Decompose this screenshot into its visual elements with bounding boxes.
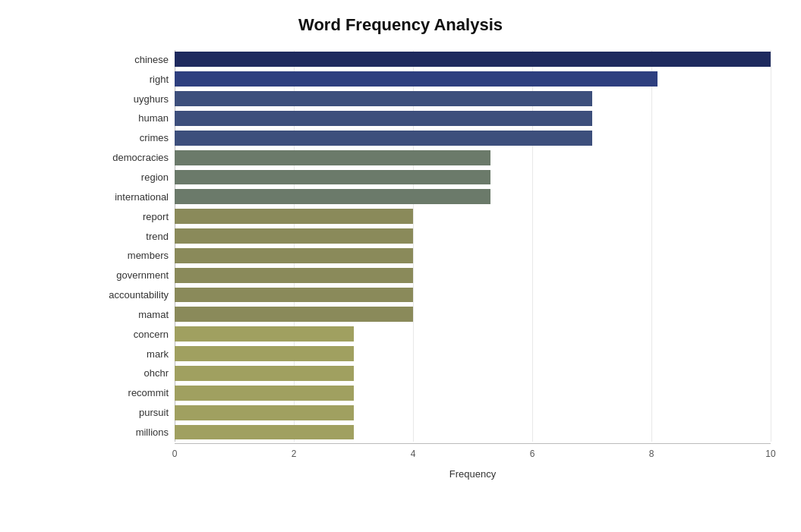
bar-row: democracies <box>175 148 771 167</box>
bar-fill <box>175 209 413 224</box>
bar-label: mamat <box>89 309 169 320</box>
bar-label: right <box>89 74 169 85</box>
axis-tick: 0 <box>172 449 178 459</box>
bar-label: trend <box>89 231 169 242</box>
bar-fill <box>175 228 413 244</box>
bar-row: members <box>175 246 771 265</box>
bar-fill <box>175 326 354 342</box>
bar-row: human <box>175 109 771 128</box>
bar-fill <box>175 366 354 381</box>
x-axis: 0246810 Frequency <box>175 443 771 480</box>
bar-row: accountability <box>175 285 771 304</box>
bar-fill <box>175 71 658 87</box>
axis-tick: 10 <box>765 449 775 459</box>
bar-label: government <box>89 269 169 281</box>
bar-fill <box>175 189 490 204</box>
bar-row: ohchr <box>175 364 771 383</box>
bar-row: trend <box>175 227 771 246</box>
bar-label: report <box>89 211 169 222</box>
bar-fill <box>175 307 413 322</box>
bar-label: members <box>89 250 169 261</box>
bar-label: mark <box>89 348 169 360</box>
bar-fill <box>175 91 592 106</box>
bar-fill <box>175 248 413 263</box>
axis-tick: 8 <box>649 449 654 459</box>
bar-row: recommit <box>175 383 771 402</box>
bar-row: pursuit <box>175 403 771 422</box>
bar-row: millions <box>175 423 771 442</box>
bar-fill <box>175 425 354 440</box>
bar-label: recommit <box>89 387 169 398</box>
axis-tick: 2 <box>292 449 297 459</box>
axis-tick: 6 <box>530 449 535 459</box>
bar-label: pursuit <box>89 407 169 418</box>
bar-row: report <box>175 207 771 226</box>
bar-fill <box>175 346 354 361</box>
bar-row: region <box>175 168 771 187</box>
bar-label: international <box>89 191 169 203</box>
bar-fill <box>175 111 592 126</box>
bar-fill <box>175 268 413 283</box>
bar-fill <box>175 131 592 146</box>
bar-row: right <box>175 70 771 89</box>
bars-container: chineserightuyghurshumancrimesdemocracie… <box>175 50 771 442</box>
axis-tick: 4 <box>411 449 416 459</box>
bar-label: accountability <box>89 289 169 301</box>
bar-row: chinese <box>175 50 771 69</box>
bar-label: concern <box>89 329 169 340</box>
bar-row: international <box>175 187 771 206</box>
bar-fill <box>175 170 490 185</box>
grid-line <box>771 50 771 442</box>
bar-fill <box>175 288 413 303</box>
bar-label: uyghurs <box>89 93 169 105</box>
bar-fill <box>175 405 354 420</box>
bar-row: mamat <box>175 305 771 324</box>
bar-row: mark <box>175 345 771 364</box>
bar-row: government <box>175 266 771 285</box>
bar-fill <box>175 386 354 401</box>
bar-row: crimes <box>175 128 771 147</box>
bar-label: millions <box>89 427 169 438</box>
x-axis-label: Frequency <box>175 468 771 480</box>
bar-row: concern <box>175 325 771 344</box>
bar-label: human <box>89 112 169 124</box>
bar-label: crimes <box>89 132 169 143</box>
chart-container: Word Frequency Analysis chineserightuygh… <box>0 0 801 532</box>
axis-ticks: 0246810 <box>175 449 771 464</box>
bar-label: democracies <box>89 152 169 163</box>
bar-row: uyghurs <box>175 90 771 109</box>
chart-title: Word Frequency Analysis <box>30 15 771 35</box>
bar-fill <box>175 150 490 165</box>
bars-area: chineserightuyghurshumancrimesdemocracie… <box>175 50 771 442</box>
bar-label: ohchr <box>89 367 169 379</box>
bar-fill <box>175 52 771 67</box>
bar-label: chinese <box>89 54 169 65</box>
bar-label: region <box>89 172 169 183</box>
